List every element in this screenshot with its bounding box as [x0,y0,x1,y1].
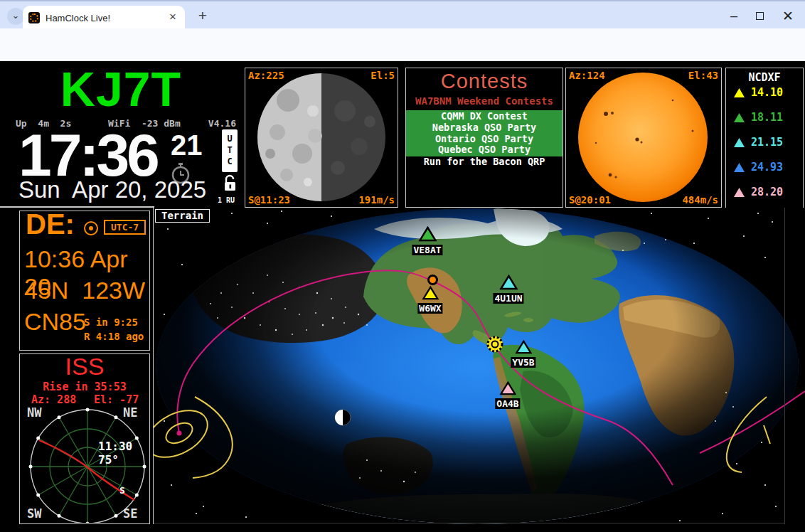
contests-active-list[interactable]: CQMM DX Contest Nebraska QSO Party Ontar… [406,110,563,156]
de-grid-square[interactable]: CN85 [24,308,86,336]
map-border [154,523,785,523]
de-location-marker[interactable] [427,275,438,285]
beacon-frequency: 24.93 [751,161,783,174]
map-marker-w6wx[interactable]: W6WX [417,286,442,314]
moon-pane[interactable]: Az:225 El:5 S@11:23 191m/s [245,68,398,208]
beacon-frequency: 28.20 [751,186,783,198]
map-marker-oa4b[interactable]: OA4B [495,381,520,410]
contest-item[interactable]: Quebec QSO Party [406,144,563,156]
compass-se: SE [123,506,137,521]
sun-elevation: El:43 [688,70,718,81]
beacon-row[interactable]: 24.93 [733,161,783,174]
de-sunset: S in 9:25 [84,316,138,328]
marker-triangle-icon [499,275,518,290]
panel-divider [0,206,154,208]
beacon-row[interactable]: 14.10 [733,86,783,99]
contests-pane[interactable]: Contests WA7BNM Weekend Contests CQMM DX… [405,68,563,208]
clock-pane[interactable]: KJ7T Up 4m 2s WiFi -23 dBm V4.16 17:36 2… [0,64,242,208]
marker-label: VE8AT [412,245,442,255]
window-close-button[interactable]: ✕ [782,8,794,24]
iss-set-label: S [119,485,125,496]
beacon-row[interactable]: 18.11 [733,111,783,124]
hamclock-favicon-icon [28,12,40,23]
beacon-frequency: 14.10 [751,86,783,99]
hamclock-app: KJ7T Up 4m 2s WiFi -23 dBm V4.16 17:36 2… [0,61,805,532]
clock-date[interactable]: Sun Apr 20, 2025 [0,176,225,203]
iss-pass-max-elevation: 75° [98,453,119,467]
browser-window: ⌄ HamClock Live! × + – ✕ ↻ Not secure 19… [0,0,805,532]
map-border [784,208,785,524]
contest-item[interactable]: Run for the Bacon QRP [406,156,563,168]
de-pane[interactable]: DE: UTC-7 10:36 Apr 20 45N 123W CN85 S i… [19,211,150,351]
beacon-row[interactable]: 28.20 [733,186,783,198]
marker-label: 4U1UN [493,293,523,304]
sun-doppler-rate: 484m/s [682,194,718,206]
map-marker-ve8at[interactable]: VE8AT [412,226,442,256]
beacon-row[interactable]: 21.15 [733,136,783,149]
new-tab-button[interactable]: + [193,7,212,26]
moon-set-time: S@11:23 [248,194,290,206]
world-map[interactable]: Terrain VE8AT 4U1UN W6WX YV5B [154,208,805,524]
marker-triangle-icon [422,286,439,300]
de-coordinates[interactable]: 45N 123W [24,277,145,304]
sun-image [566,68,720,206]
sun-pane[interactable]: Az:124 El:43 S@20:01 484m/s [565,68,722,208]
clock-seconds: 21 [171,129,203,161]
tab-search-button[interactable]: ⌄ [7,8,24,25]
map-marker-4u1un[interactable]: 4U1UN [493,275,523,304]
compass-ne: NE [123,405,137,420]
ncdxf-title: NCDXF [726,71,803,84]
tab-hamclock[interactable]: HamClock Live! × [23,6,185,30]
sun-set-time: S@20:01 [569,194,611,206]
browser-toolbar: ↻ Not secure 192.168.1.139:8081/live.htm… [0,28,805,61]
sun-azimuth: Az:124 [569,70,605,81]
callsign[interactable]: KJ7T [0,61,242,117]
sun-symbol-icon[interactable] [84,221,98,235]
marker-triangle-icon [515,340,532,354]
beacon-triangle-icon [733,162,745,173]
tab-bar: ⌄ HamClock Live! × + – ✕ [0,0,805,28]
utc-letter: C [222,156,238,167]
version-text[interactable]: V4.16 [208,118,236,129]
window-minimize-button[interactable]: – [730,12,737,19]
map-marker-yv5b[interactable]: YV5B [511,340,535,368]
subsolar-point-icon [487,336,503,352]
contests-title: Contests [406,70,563,93]
iss-pass-time: 11:30 [98,440,132,453]
moon-azimuth: Az:225 [248,70,284,81]
sublunar-point-icon [335,410,351,425]
window-maximize-button[interactable] [756,12,764,20]
de-label[interactable]: DE: [26,208,75,240]
contest-item[interactable]: Nebraska QSO Party [406,122,563,134]
compass-nw: NW [27,405,41,420]
marker-label: OA4B [495,398,520,409]
iss-pane[interactable]: ISS Rise in 35:53 Az: 288 El: -77 [19,353,150,524]
tab-title: HamClock Live! [46,13,166,23]
unlock-icon[interactable] [223,174,237,193]
beacon-frequency: 21.15 [751,136,783,149]
marker-triangle-icon [499,381,516,395]
beacon-triangle-icon [733,137,745,148]
de-timezone-button[interactable]: UTC-7 [104,220,146,235]
tab-close-icon[interactable]: × [166,11,179,24]
ncdxf-pane[interactable]: NCDXF 14.10 18.11 21.15 24.93 28.20 [725,68,804,209]
beacon-frequency: 18.11 [751,111,783,124]
earth [156,208,799,524]
contest-item[interactable]: Ontario QSO Party [406,134,563,145]
rack-unit-label: 1 RU [218,196,235,204]
utc-letter: U [222,133,238,144]
iss-pass-compass [20,354,149,523]
map-canvas [154,208,805,524]
moon-image [245,68,397,206]
de-sunrise: R 4:18 ago [84,331,144,342]
beacon-triangle-icon [733,187,745,198]
satellite-position-dot [177,431,182,436]
utc-letter: T [222,144,238,156]
compass-sw: SW [27,506,41,521]
moon-elevation: El:5 [370,70,395,81]
marker-label: YV5B [511,357,535,368]
map-style-button[interactable]: Terrain [155,209,210,223]
contests-subtitle: WA7BNM Weekend Contests [406,95,563,107]
utc-toggle-button[interactable]: U T C [222,129,238,172]
contest-item[interactable]: CQMM DX Contest [406,111,563,122]
